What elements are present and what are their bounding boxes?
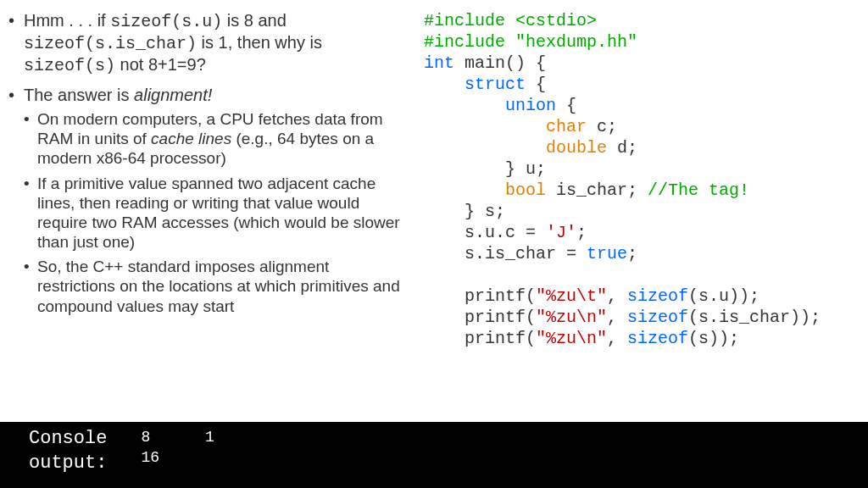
code <box>424 96 505 115</box>
code: s.u.c = <box>424 223 546 242</box>
code: char <box>546 117 587 136</box>
code: "%zu\t" <box>536 286 607 306</box>
code: bool <box>505 180 546 200</box>
code-inline: sizeof(s.is_char) <box>24 34 197 53</box>
text: Console <box>29 427 107 452</box>
code: c; <box>587 117 617 136</box>
code: sizeof <box>627 329 688 348</box>
code-inline: sizeof(s) <box>24 56 115 75</box>
sub-bullet-list: On modern computers, a CPU fetches data … <box>24 109 407 316</box>
console-output: Console output: 8 1 16 <box>0 422 868 488</box>
output-line: 8 1 <box>141 429 214 446</box>
text-italic: alignment! <box>134 86 212 104</box>
code: , <box>607 329 627 348</box>
code: is_char; <box>546 180 648 200</box>
bullet-list: Hmm . . . if sizeof(s.u) is 8 and sizeof… <box>8 10 407 316</box>
text: is 1, then why is <box>197 33 322 52</box>
code: union <box>505 96 556 115</box>
code: "%zu\n" <box>536 329 607 348</box>
code: } u; <box>424 159 546 179</box>
code: #include <box>424 32 515 52</box>
code: sizeof <box>627 308 688 327</box>
code <box>424 117 546 136</box>
code: ; <box>576 223 587 242</box>
code: d; <box>607 138 637 158</box>
code: "%zu\n" <box>536 308 607 327</box>
bullet-2: The answer is alignment! On modern compu… <box>8 85 407 316</box>
text: output: <box>29 452 107 476</box>
output-line: 16 <box>141 449 159 466</box>
slide-body: Hmm . . . if sizeof(s.u) is 8 and sizeof… <box>0 0 868 424</box>
text: is 8 and <box>222 11 287 30</box>
text: not 8+1=9? <box>115 55 206 74</box>
code <box>424 75 465 94</box>
code: (s)); <box>688 329 739 348</box>
text: Hmm . . . if <box>24 11 110 30</box>
code: struct <box>465 75 526 94</box>
code: s.is_char = <box>424 244 587 263</box>
code: printf( <box>424 329 536 348</box>
code: { <box>556 96 576 115</box>
code: sizeof <box>627 286 688 306</box>
code: } s; <box>424 202 505 221</box>
code: true <box>587 244 627 263</box>
code-comment: //The tag! <box>648 180 749 200</box>
code: #include <box>424 11 515 30</box>
code <box>424 180 505 200</box>
bullet-1: Hmm . . . if sizeof(s.u) is 8 and sizeof… <box>8 10 407 76</box>
code-inline: sizeof(s.u) <box>110 12 222 31</box>
code: { <box>526 75 546 94</box>
sub-bullet-2: If a primitive value spanned two adjacen… <box>24 174 407 252</box>
console-label: Console output: <box>29 427 107 475</box>
text: The answer is <box>24 86 134 104</box>
text-column: Hmm . . . if sizeof(s.u) is 8 and sizeof… <box>8 10 407 424</box>
sub-bullet-3: So, the C++ standard imposes alignment r… <box>24 257 407 316</box>
code: double <box>546 138 607 158</box>
sub-bullet-1: On modern computers, a CPU fetches data … <box>24 109 407 169</box>
code <box>424 138 546 158</box>
console-text: 8 1 16 <box>141 427 214 469</box>
text-italic: cache lines <box>151 130 231 147</box>
code: ; <box>627 244 637 263</box>
code: main() { <box>454 53 546 73</box>
code: printf( <box>424 286 536 306</box>
code: <cstdio> <box>515 11 597 30</box>
code: printf( <box>424 308 536 327</box>
code: , <box>607 308 627 327</box>
code: 'J' <box>546 223 576 242</box>
code: (s.is_char)); <box>688 308 821 327</box>
code: int <box>424 53 454 73</box>
code-block: #include <cstdio> #include "hexdump.hh" … <box>424 10 856 424</box>
code: "hexdump.hh" <box>515 32 637 52</box>
code: (s.u)); <box>688 286 760 306</box>
code: , <box>607 286 627 306</box>
